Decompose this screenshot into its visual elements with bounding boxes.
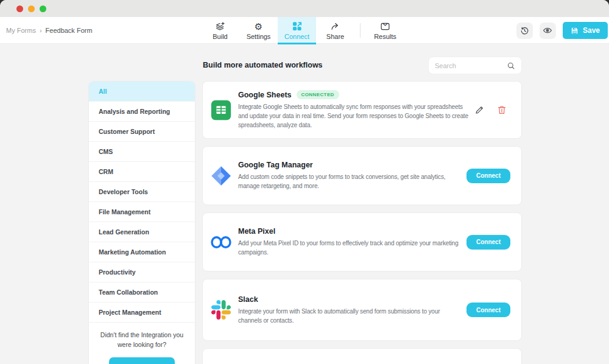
sidebar-item-customer-support[interactable]: Customer Support	[89, 122, 195, 142]
connected-badge: CONNECTED	[297, 90, 339, 99]
pencil-icon	[474, 105, 485, 115]
tab-results-label: Results	[374, 33, 396, 40]
card-info: Google Sheets CONNECTED Integrate Google…	[238, 90, 474, 130]
integration-description: Add custom code snippets to your forms t…	[238, 172, 462, 191]
build-icon	[215, 21, 225, 32]
tab-build-label: Build	[213, 33, 227, 40]
sidebar-item-crm[interactable]: CRM	[89, 162, 195, 182]
tab-share[interactable]: Share	[316, 17, 354, 44]
integration-card-google-tag-manager: Google Tag Manager Add custom code snipp…	[202, 146, 522, 205]
app-window: My Forms › Feedback Form Build ⚙ Setting…	[0, 0, 609, 364]
search-icon[interactable]	[507, 61, 515, 70]
sidebar-item-cms[interactable]: CMS	[89, 142, 195, 162]
search-box	[428, 57, 522, 74]
share-icon	[330, 21, 340, 32]
delete-integration-button[interactable]	[497, 105, 507, 115]
integration-name: Google Sheets	[238, 91, 292, 99]
sidebar-item-team-collaboration[interactable]: Team Collaboration	[89, 282, 195, 303]
card-info: Slack Integrate your form with Slack to …	[238, 295, 466, 325]
integration-card-meta-pixel: Meta Pixel Add your Meta Pixel ID to you…	[202, 212, 522, 271]
sidebar-item-marketing-automation[interactable]: Marketing Automation	[89, 242, 195, 262]
header-actions: Save	[516, 17, 608, 44]
page-title: Build more automated workflows	[203, 61, 323, 69]
tab-connect-label: Connect	[284, 33, 309, 40]
history-icon	[520, 26, 529, 35]
save-button-label: Save	[583, 26, 600, 35]
edit-integration-button[interactable]	[474, 105, 485, 115]
zoom-window-button[interactable]	[40, 5, 46, 12]
meta-pixel-icon	[210, 231, 232, 253]
integration-card-google-sheets: Google Sheets CONNECTED Integrate Google…	[202, 81, 522, 139]
integration-description: Integrate your form with Slack to automa…	[238, 307, 462, 325]
save-button[interactable]: Save	[563, 22, 608, 39]
connect-google-tag-manager-button[interactable]: Connect	[466, 169, 510, 183]
preview-button[interactable]	[540, 23, 556, 39]
tab-connect[interactable]: Connect	[278, 17, 316, 44]
tab-settings-label: Settings	[247, 33, 271, 40]
main-tabs: Build ⚙ Settings Connect	[201, 17, 404, 44]
sidebar-item-productivity[interactable]: Productivity	[89, 262, 195, 282]
sidebar-item-project-management[interactable]: Project Management	[89, 303, 195, 323]
tab-settings[interactable]: ⚙ Settings	[239, 17, 278, 44]
card-info: Google Tag Manager Add custom code snipp…	[238, 161, 466, 191]
minimize-window-button[interactable]	[28, 5, 35, 12]
tab-results[interactable]: Results	[366, 17, 404, 44]
integration-description: Add your Meta Pixel ID to your forms to …	[238, 239, 462, 257]
google-sheets-icon	[210, 99, 232, 121]
trash-icon	[497, 105, 507, 115]
search-input[interactable]	[435, 62, 507, 69]
integration-name: Slack	[238, 295, 258, 304]
app-header: My Forms › Feedback Form Build ⚙ Setting…	[0, 17, 609, 44]
window-titlebar	[0, 0, 609, 17]
card-actions	[474, 105, 510, 115]
tab-build[interactable]: Build	[201, 17, 239, 44]
sidebar-item-developer-tools[interactable]: Developer Tools	[89, 182, 195, 202]
integration-description: Integrate Google Sheets to automatically…	[238, 102, 470, 130]
sidebar-item-file-management[interactable]: File Management	[89, 202, 195, 222]
gear-icon: ⚙	[255, 21, 262, 32]
connect-slack-button[interactable]: Connect	[466, 303, 510, 317]
integration-name: Meta Pixel	[238, 227, 275, 236]
tab-divider	[360, 23, 361, 38]
slack-icon	[210, 299, 232, 321]
sidebar-item-analysis-and-reporting[interactable]: Analysis and Reporting	[89, 102, 195, 122]
breadcrumb-separator: ›	[40, 27, 42, 34]
connect-meta-pixel-button[interactable]: Connect	[466, 235, 510, 250]
sidebar-item-lead-generation[interactable]: Lead Generation	[89, 222, 195, 242]
eye-icon	[543, 26, 552, 35]
connect-icon	[292, 21, 302, 32]
tab-share-label: Share	[326, 33, 344, 40]
breadcrumb-form-name: Feedback Form	[46, 27, 93, 34]
google-tag-manager-icon	[210, 165, 232, 187]
let-us-know-button[interactable]: LET US KNOW	[109, 357, 175, 364]
integration-card-partial	[202, 348, 522, 364]
category-sidebar: All Analysis and Reporting Customer Supp…	[88, 81, 195, 364]
close-window-button[interactable]	[16, 5, 23, 12]
floppy-disk-icon	[571, 27, 579, 35]
card-info: Meta Pixel Add your Meta Pixel ID to you…	[238, 227, 466, 257]
integration-card-slack: Slack Integrate your form with Slack to …	[202, 279, 522, 341]
breadcrumb-my-forms[interactable]: My Forms	[6, 27, 36, 34]
breadcrumb: My Forms › Feedback Form	[6, 17, 93, 44]
results-icon	[380, 21, 390, 32]
sidebar-footer-text: Didn't find the Integration you were loo…	[89, 323, 195, 350]
integration-name: Google Tag Manager	[238, 161, 313, 169]
sidebar-item-all[interactable]: All	[89, 82, 195, 102]
history-button[interactable]	[516, 23, 533, 39]
